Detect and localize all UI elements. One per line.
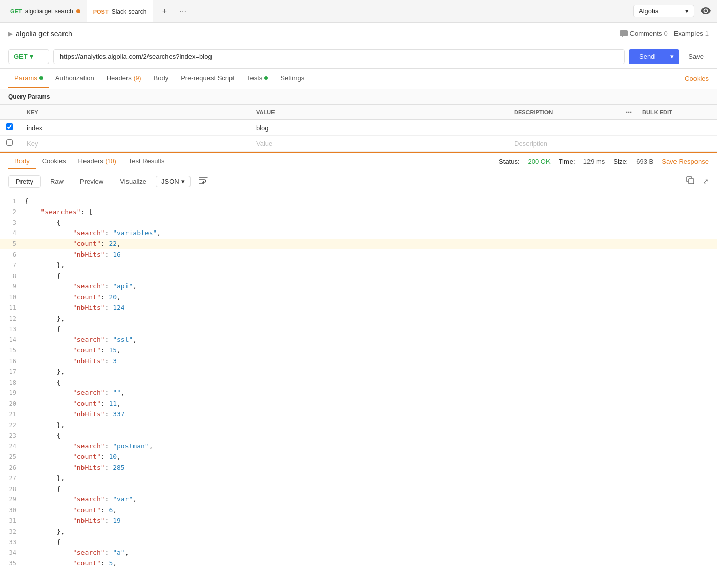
workspace-dropdown-icon: ▾: [685, 7, 689, 15]
send-dropdown-button[interactable]: ▾: [665, 49, 679, 64]
comments-button[interactable]: Comments 0: [620, 30, 668, 37]
tab-get-algolia[interactable]: GET algolia get search: [4, 0, 87, 22]
code-line-17: 17 },: [0, 367, 717, 377]
value-header: VALUE: [250, 105, 508, 120]
fmt-tab-preview[interactable]: Preview: [73, 176, 111, 187]
title-actions: Comments 0 Examples 1: [620, 30, 709, 37]
json-format-selector[interactable]: JSON ▾: [156, 176, 191, 187]
empty-row-checkbox[interactable]: [6, 139, 13, 146]
row-key-cell[interactable]: index: [20, 120, 250, 136]
json-format-label: JSON: [161, 178, 179, 185]
json-format-icon: ▾: [181, 178, 185, 185]
row-checkbox-cell[interactable]: [0, 120, 20, 136]
request-title: ▶ algolia get search: [8, 30, 72, 38]
tab-tests[interactable]: Tests: [241, 69, 274, 88]
resp-headers-count: (10): [105, 158, 116, 165]
send-button[interactable]: Send: [629, 49, 665, 64]
fmt-tab-raw[interactable]: Raw: [43, 176, 71, 187]
expand-button[interactable]: ⤢: [703, 177, 709, 185]
row-desc-cell[interactable]: [508, 120, 605, 136]
more-tabs-button[interactable]: ···: [176, 4, 190, 18]
resp-tab-headers[interactable]: Headers (10): [72, 154, 122, 169]
svg-rect-0: [689, 179, 694, 184]
code-line-12: 12 },: [0, 313, 717, 324]
row-actions-cell: [605, 120, 637, 136]
fmt-tab-visualize[interactable]: Visualize: [113, 176, 154, 187]
row-checkbox[interactable]: [6, 123, 13, 130]
code-line-16: 16 "nbHits": 3: [0, 356, 717, 367]
code-line-23: 23 {: [0, 431, 717, 442]
resp-tab-body[interactable]: Body: [8, 154, 36, 169]
code-line-19: 19 "search": "",: [0, 388, 717, 398]
code-line-9: 9 "search": "api",: [0, 281, 717, 292]
examples-label: Examples: [674, 30, 703, 37]
save-button[interactable]: Save: [683, 50, 709, 64]
tab-headers[interactable]: Headers (9): [100, 69, 147, 88]
status-value: 200 OK: [528, 158, 551, 165]
authorization-tab-label: Authorization: [55, 74, 94, 82]
empty-checkbox-cell[interactable]: [0, 136, 20, 152]
resp-tab-cookies[interactable]: Cookies: [36, 154, 72, 169]
method-selector[interactable]: GET ▾: [8, 49, 49, 64]
query-params-title: Query Params: [0, 89, 717, 105]
code-line-30: 30 "count": 6,: [0, 505, 717, 516]
settings-tab-label: Settings: [280, 74, 304, 82]
code-line-15: 15 "count": 15,: [0, 345, 717, 356]
empty-desc-cell[interactable]: Description: [508, 136, 605, 152]
tab-settings[interactable]: Settings: [274, 69, 310, 88]
resp-headers-label: Headers: [78, 157, 103, 165]
tab-modified-dot: [76, 9, 80, 13]
empty-value-cell[interactable]: Value: [250, 136, 508, 152]
key-header: KEY: [20, 105, 250, 120]
url-input[interactable]: [53, 49, 625, 64]
tab-post-slack[interactable]: POST Slack search: [87, 0, 154, 22]
tab-authorization[interactable]: Authorization: [49, 69, 100, 88]
cookies-link[interactable]: Cookies: [685, 75, 709, 82]
tab-pre-request[interactable]: Pre-request Script: [175, 69, 241, 88]
params-tabs: Params Authorization Headers (9) Body Pr…: [0, 69, 717, 89]
params-tab-label: Params: [14, 74, 37, 82]
tab-body[interactable]: Body: [147, 69, 175, 88]
params-table-header: KEY VALUE DESCRIPTION ··· Bulk Edit: [0, 105, 717, 120]
add-tab-button[interactable]: +: [157, 4, 172, 18]
table-row: index blog: [0, 120, 717, 136]
response-tabs-bar: Body Cookies Headers (10) Test Results S…: [0, 152, 717, 171]
wrap-icon-area: [197, 175, 210, 188]
row-value-cell[interactable]: blog: [250, 120, 508, 136]
code-line-13: 13 {: [0, 324, 717, 335]
code-line-1: 1 {: [0, 196, 717, 207]
code-line-4: 4 "search": "variables",: [0, 228, 717, 239]
tab-params[interactable]: Params: [8, 69, 49, 88]
eye-button[interactable]: [699, 4, 713, 18]
empty-bulk-cell: [636, 136, 717, 152]
resp-tab-test-results[interactable]: Test Results: [122, 154, 171, 169]
code-line-2: 2 "searches": [: [0, 207, 717, 218]
tests-dot: [264, 76, 268, 80]
row-value: blog: [256, 124, 269, 132]
empty-key-cell[interactable]: Key: [20, 136, 250, 152]
code-area: 1 { 2 "searches": [ 3 { 4 "search": "var…: [0, 192, 717, 581]
examples-button[interactable]: Examples 1: [674, 30, 709, 37]
code-line-5: 5 "count": 22,: [0, 239, 717, 249]
params-table: KEY VALUE DESCRIPTION ··· Bulk Edit inde…: [0, 105, 717, 152]
desc-placeholder: Description: [514, 140, 547, 148]
send-dropdown-icon: ▾: [670, 53, 674, 60]
wrap-lines-button[interactable]: [197, 175, 210, 188]
response-status: Status: 200 OK Time: 129 ms Size: 693 B …: [499, 158, 709, 165]
code-line-25: 25 "count": 10,: [0, 452, 717, 463]
fmt-tab-pretty[interactable]: Pretty: [8, 175, 41, 188]
code-line-11: 11 "nbHits": 124: [0, 303, 717, 313]
copy-button[interactable]: [682, 174, 699, 188]
code-line-26: 26 "nbHits": 285: [0, 463, 717, 473]
code-line-27: 27 },: [0, 473, 717, 484]
request-name: algolia get search: [16, 30, 72, 38]
code-line-14: 14 "search": "ssl",: [0, 334, 717, 345]
code-line-31: 31 "nbHits": 19: [0, 516, 717, 527]
actions-header: ···: [605, 105, 637, 120]
save-response-button[interactable]: Save Response: [662, 158, 709, 165]
table-row-empty: Key Value Description: [0, 136, 717, 152]
tab-get-algolia-label: algolia get search: [25, 8, 73, 15]
workspace-selector[interactable]: Algolia ▾: [633, 5, 694, 17]
bulk-edit-header[interactable]: Bulk Edit: [636, 105, 717, 120]
size-value: 693 B: [636, 158, 653, 165]
